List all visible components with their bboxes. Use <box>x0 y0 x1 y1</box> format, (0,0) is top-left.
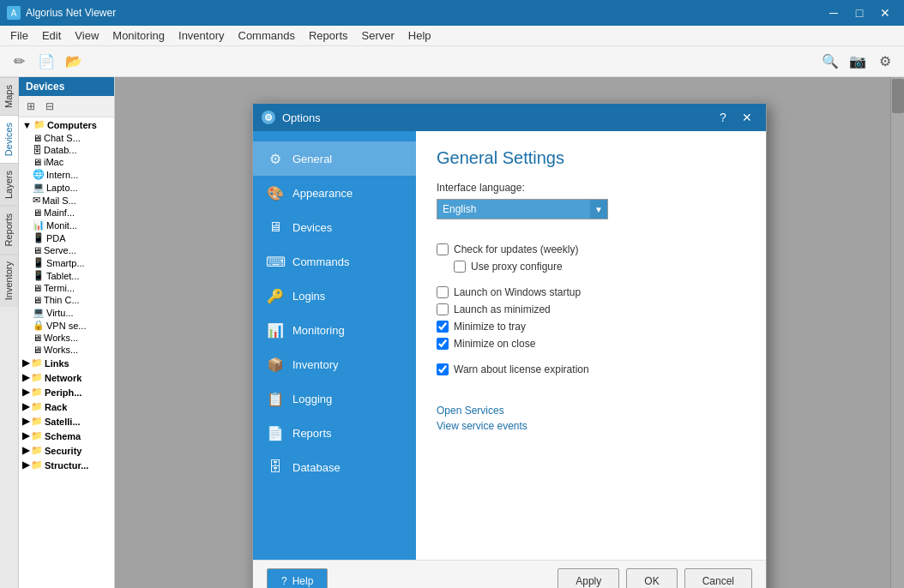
nav-item-database[interactable]: 🗄 Database <box>253 450 416 484</box>
view-service-events-link[interactable]: View service events <box>437 420 745 432</box>
list-item[interactable]: 📊 Monit... <box>31 219 114 231</box>
list-item[interactable]: 🌐 Intern... <box>31 168 114 181</box>
toolbar-edit-btn[interactable]: ✏ <box>7 50 31 74</box>
maximize-button[interactable]: □ <box>847 4 871 21</box>
list-item[interactable]: 🔒 VPN se... <box>31 319 114 332</box>
nav-item-reports[interactable]: 📄 Reports <box>253 416 416 450</box>
tree-panel: Devices ⊞ ⊟ ▼ 📁 Computers 🖥 Chat S... 🗄 … <box>19 77 115 588</box>
cancel-button[interactable]: Cancel <box>684 568 752 589</box>
title-bar: A Algorius Net Viewer ─ □ ✕ <box>0 0 904 26</box>
list-item[interactable]: 🖥 iMac <box>31 156 114 168</box>
list-item[interactable]: 💻 Virtu... <box>31 306 114 319</box>
tab-devices[interactable]: Devices <box>0 115 18 163</box>
toolbar-new-btn[interactable]: 📄 <box>34 50 58 74</box>
options-sidebar: ⚙ General 🎨 Appearance 🖥 Devices ⌨ <box>253 131 416 560</box>
tree-peripheral-group[interactable]: ▶ 📁 Periph... <box>19 385 114 399</box>
tab-maps[interactable]: Maps <box>0 77 18 115</box>
menu-reports[interactable]: Reports <box>302 26 355 45</box>
toolbar-camera-btn[interactable]: 📷 <box>846 50 870 74</box>
nav-item-logging[interactable]: 📋 Logging <box>253 381 416 416</box>
warn-license-checkbox[interactable] <box>437 363 449 375</box>
dialog-footer: ? Help Apply OK Cancel <box>253 560 766 588</box>
list-item[interactable]: 🖥 Serve... <box>31 244 114 256</box>
language-dropdown[interactable]: English ▼ <box>437 199 608 219</box>
tree-security-group[interactable]: ▶ 📁 Security <box>19 443 114 458</box>
minimize-button[interactable]: ─ <box>822 4 846 21</box>
list-item[interactable]: 🖥 Termi... <box>31 282 114 294</box>
nav-item-devices[interactable]: 🖥 Devices <box>253 210 416 244</box>
tree-links-group[interactable]: ▶ 📁 Links <box>19 356 114 370</box>
menu-bar: File Edit View Monitoring Inventory Comm… <box>0 26 904 46</box>
toolbar-right: 🔍 📷 ⚙ <box>818 50 897 74</box>
list-item[interactable]: 📱 PDA <box>31 231 114 244</box>
nav-item-logins[interactable]: 🔑 Logins <box>253 279 416 313</box>
toolbar-open-btn[interactable]: 📂 <box>62 50 86 74</box>
nav-item-commands[interactable]: ⌨ Commands <box>253 244 416 279</box>
apply-button[interactable]: Apply <box>557 568 619 589</box>
use-proxy-checkbox[interactable] <box>454 261 466 273</box>
list-item[interactable]: 🖥 Works... <box>31 344 114 356</box>
check-updates-checkbox[interactable] <box>437 243 449 255</box>
menu-commands[interactable]: Commands <box>232 26 302 45</box>
list-item[interactable]: 🖥 Chat S... <box>31 132 114 144</box>
dialog-close-btn[interactable]: ✕ <box>737 109 757 126</box>
tree-computers-group[interactable]: ▼ 📁 Computers <box>19 117 114 132</box>
device-icon: 📱 <box>33 232 45 243</box>
list-item[interactable]: 🖥 Works... <box>31 332 114 344</box>
menu-server[interactable]: Server <box>355 26 401 45</box>
menu-inventory[interactable]: Inventory <box>172 26 231 45</box>
nav-item-monitoring[interactable]: 📊 Monitoring <box>253 313 416 347</box>
tree-satellite-group[interactable]: ▶ 📁 Satelli... <box>19 414 114 429</box>
inventory-icon: 📦 <box>267 356 284 373</box>
menu-edit[interactable]: Edit <box>35 26 68 45</box>
tab-layers[interactable]: Layers <box>0 163 18 206</box>
menu-file[interactable]: File <box>3 26 35 45</box>
launch-minimized-checkbox[interactable] <box>437 303 449 315</box>
launch-startup-checkbox[interactable] <box>437 286 449 298</box>
tree-rack-group[interactable]: ▶ 📁 Rack <box>19 399 114 414</box>
group-icon: 📁 <box>31 459 43 471</box>
menu-monitoring[interactable]: Monitoring <box>105 26 172 45</box>
check-updates-label: Check for updates (weekly) <box>454 243 578 255</box>
list-item[interactable]: 💻 Lapto... <box>31 181 114 194</box>
ok-button[interactable]: OK <box>626 568 677 589</box>
minimize-tray-checkbox[interactable] <box>437 321 449 333</box>
tree-network-group[interactable]: ▶ 📁 Network <box>19 370 114 385</box>
tree-structures-group[interactable]: ▶ 📁 Structur... <box>19 458 114 472</box>
collapse-icon: ▶ <box>22 445 29 456</box>
nav-item-appearance[interactable]: 🎨 Appearance <box>253 176 416 210</box>
menu-help[interactable]: Help <box>401 26 438 45</box>
commands-icon: ⌨ <box>267 253 284 270</box>
list-item[interactable]: 📱 Smartp... <box>31 256 114 269</box>
nav-label-appearance: Appearance <box>292 187 353 200</box>
tree-schema-group[interactable]: ▶ 📁 Schema <box>19 429 114 443</box>
device-icon: 📊 <box>33 219 45 231</box>
toolbar-search-btn[interactable]: 🔍 <box>818 50 842 74</box>
list-item[interactable]: 📱 Tablet... <box>31 269 114 282</box>
list-item[interactable]: ✉ Mail S... <box>31 194 114 207</box>
dialog-help-btn[interactable]: ? <box>713 109 733 126</box>
options-dialog: ⚙ Options ? ✕ ⚙ General <box>252 103 767 588</box>
list-item[interactable]: 🗄 Datab... <box>31 144 114 156</box>
nav-item-general[interactable]: ⚙ General <box>253 141 416 176</box>
list-item[interactable]: 🖥 Thin C... <box>31 294 114 306</box>
device-icon: 📱 <box>33 257 45 268</box>
collapse-icon: ▶ <box>22 459 29 471</box>
toolbar-settings-btn[interactable]: ⚙ <box>873 50 897 74</box>
tree-collapse-btn[interactable]: ⊟ <box>41 98 58 115</box>
tab-reports[interactable]: Reports <box>0 206 18 254</box>
tree-expand-btn[interactable]: ⊞ <box>22 98 39 115</box>
tab-inventory[interactable]: Inventory <box>0 254 18 307</box>
dialog-titlebar-buttons: ? ✕ <box>713 109 757 126</box>
device-icon: 🖥 <box>33 333 42 343</box>
menu-view[interactable]: View <box>68 26 105 45</box>
nav-item-inventory[interactable]: 📦 Inventory <box>253 347 416 381</box>
close-button[interactable]: ✕ <box>873 4 897 21</box>
list-item[interactable]: 🖥 Mainf... <box>31 207 114 219</box>
minimize-close-checkbox[interactable] <box>437 338 449 350</box>
group-icon: 📁 <box>31 416 43 427</box>
help-button[interactable]: ? Help <box>267 568 328 589</box>
tree-children: 🖥 Chat S... 🗄 Datab... 🖥 iMac 🌐 Intern..… <box>19 132 114 356</box>
open-services-link[interactable]: Open Services <box>437 405 745 417</box>
tree-toolbar: ⊞ ⊟ <box>19 96 114 117</box>
